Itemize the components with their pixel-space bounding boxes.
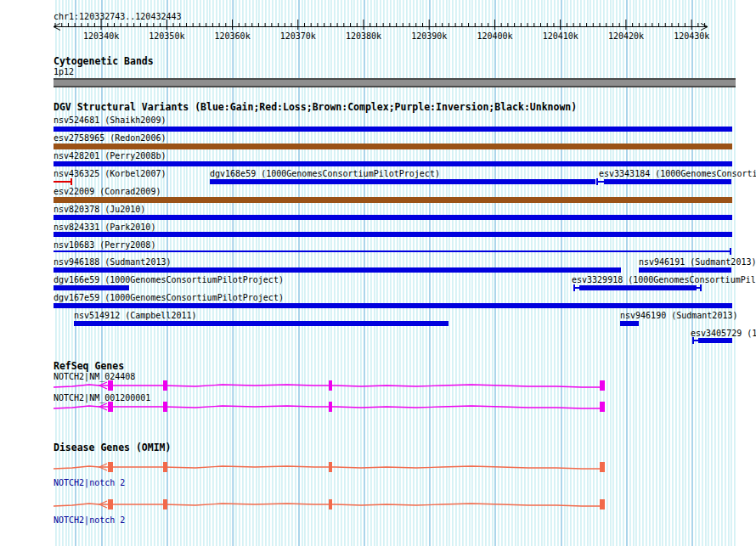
variant-bar[interactable] [74, 321, 449, 326]
variant-whisker-line [573, 287, 579, 289]
variant-label: nsv820378 (Ju2010) [54, 205, 145, 214]
variant-bar[interactable] [54, 285, 129, 290]
exon-block [329, 499, 332, 509]
variant-bar[interactable] [604, 179, 731, 184]
variant-label: nsv10683 (Perry2008) [54, 240, 155, 250]
variant-label: esv2758965 (Redon2006) [54, 133, 166, 143]
exon-block [329, 462, 332, 472]
variant-label: nsv946188 (Sudmant2013) [54, 257, 171, 267]
variant-label: nsv524681 (Shaikh2009) [54, 115, 166, 125]
variant-label: dgv167e59 (1000GenomesConsortiumPilotPro… [54, 293, 284, 302]
variant-bar[interactable] [54, 197, 732, 203]
exon-block [329, 402, 332, 412]
variant-label: nsv514912 (Campbell2011) [74, 311, 197, 320]
ruler-tick-label: 120360k [215, 31, 251, 41]
variant-whisker-line [596, 181, 604, 183]
ruler-tick-label: 120400k [477, 31, 512, 41]
variant-label: nsv824331 (Park2010) [54, 222, 155, 232]
gene-label: NOTCH2|notch 2 [54, 515, 125, 525]
variant-whisker-line [692, 340, 698, 341]
exon-block [108, 462, 113, 472]
variant-label: nsv946190 (Sudmant2013) [620, 311, 737, 320]
variant-line[interactable] [54, 181, 71, 183]
variant-label: dgv168e59 (1000GenomesConsortiumPilotPro… [210, 169, 440, 178]
exon-block [163, 380, 167, 391]
variant-label: nsv436325 (Korbel2007) [54, 169, 166, 178]
variant-label: esv22009 (Conrad2009) [54, 187, 161, 196]
gene-model[interactable] [0, 459, 756, 476]
variant-label: nsv946191 (Sudmant2013) [639, 257, 756, 267]
exon-block [108, 380, 113, 391]
variant-bar[interactable] [54, 215, 732, 220]
exon-block [163, 402, 167, 412]
variant-label: esv3405729 (1 [691, 329, 756, 338]
ruler-tick-label: 120340k [83, 31, 119, 41]
gene-model[interactable] [0, 378, 756, 395]
variant-end-tick [730, 248, 731, 255]
cytoband-label: 1p12 [54, 67, 74, 76]
variant-label: esv3329918 (1000GenomesConsortiumPil [572, 275, 756, 284]
cytoband-bar[interactable] [54, 78, 736, 87]
section-title-disease-genes: Disease Genes (OMIM) [54, 442, 171, 453]
ruler-tick-label: 120380k [346, 31, 381, 41]
variant-bar[interactable] [54, 161, 732, 166]
variant-bar[interactable] [54, 232, 732, 237]
exon-block [163, 462, 167, 472]
exon-block [600, 402, 605, 412]
variant-whisker-tick [700, 284, 702, 291]
variant-end-tick [71, 178, 72, 185]
section-title-dgv-variants: DGV Structural Variants (Blue:Gain;Red:L… [54, 102, 577, 112]
variant-bar[interactable] [54, 303, 732, 308]
variant-label: dgv166e59 (1000GenomesConsortiumPilotPro… [54, 275, 284, 284]
variant-bar[interactable] [210, 179, 595, 184]
ruler-tick-label: 120350k [149, 31, 184, 41]
variant-bar[interactable] [639, 267, 731, 273]
gene-label: NOTCH2|notch 2 [54, 478, 125, 487]
exon-block [163, 499, 167, 509]
exon-block [600, 380, 605, 391]
exon-block [108, 499, 113, 509]
exon-block [329, 380, 332, 391]
ruler-tick-label: 120420k [608, 31, 644, 41]
section-title-refseq-genes: RefSeq Genes [54, 361, 124, 371]
variant-bar[interactable] [579, 285, 697, 290]
section-title-cytobands: Cytogenetic Bands [54, 56, 154, 66]
variant-bar[interactable] [54, 144, 732, 149]
exon-block [600, 499, 605, 509]
genome-browser-panel: chr1:120332743..120432443 120340k120350k… [0, 0, 756, 546]
ruler-tick-label: 120410k [543, 31, 578, 41]
variant-bar[interactable] [54, 127, 732, 132]
variant-line[interactable] [54, 250, 731, 252]
exon-block [108, 402, 113, 412]
variant-label: nsv428201 (Perry2008b) [54, 151, 166, 160]
gene-model[interactable] [0, 399, 756, 416]
variant-bar[interactable] [54, 267, 621, 273]
variant-bar[interactable] [620, 321, 639, 326]
ruler-tick-label: 120370k [280, 31, 316, 41]
gene-model[interactable] [0, 497, 756, 514]
ruler-tick-label: 120390k [411, 31, 447, 41]
variant-label: esv3343184 (1000GenomesConsorti [599, 169, 756, 178]
exon-block [600, 462, 605, 472]
variant-bar[interactable] [698, 338, 732, 343]
ruler-tick-label: 120430k [674, 31, 709, 41]
